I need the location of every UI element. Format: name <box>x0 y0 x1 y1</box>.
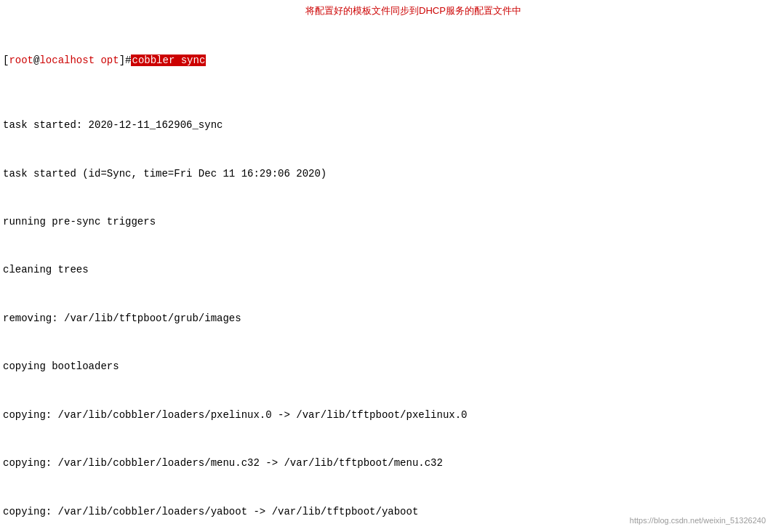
output-line-1: task started: 2020-12-11_162906_sync <box>3 118 770 134</box>
prompt-dir: opt <box>100 55 119 66</box>
output-line-5: removing: /var/lib/tftpboot/grub/images <box>3 311 770 327</box>
output-line-3: running pre-sync triggers <box>3 214 770 230</box>
prompt-line: [root@localhost opt]#cobbler sync <box>3 53 770 69</box>
output-line-2: task started (id=Sync, time=Fri Dec 11 1… <box>3 166 770 182</box>
prompt-end: ] <box>119 55 125 66</box>
output-line-4: cleaning trees <box>3 262 770 278</box>
command-text: cobbler sync <box>131 55 206 66</box>
terminal-output: [root@localhost opt]#cobbler sync task s… <box>3 4 770 532</box>
annotation-text: 将配置好的模板文件同步到DHCP服务的配置文件中 <box>305 4 521 17</box>
output-line-8: copying: /var/lib/cobbler/loaders/menu.c… <box>3 456 770 472</box>
prompt-host: localhost <box>39 55 95 66</box>
terminal-container: 将配置好的模板文件同步到DHCP服务的配置文件中 [root@localhost… <box>0 0 773 532</box>
watermark: https://blog.csdn.net/weixin_51326240 <box>630 516 766 525</box>
output-line-6: copying bootloaders <box>3 359 770 375</box>
prompt-user: root <box>9 55 33 66</box>
output-line-7: copying: /var/lib/cobbler/loaders/pxelin… <box>3 408 770 424</box>
